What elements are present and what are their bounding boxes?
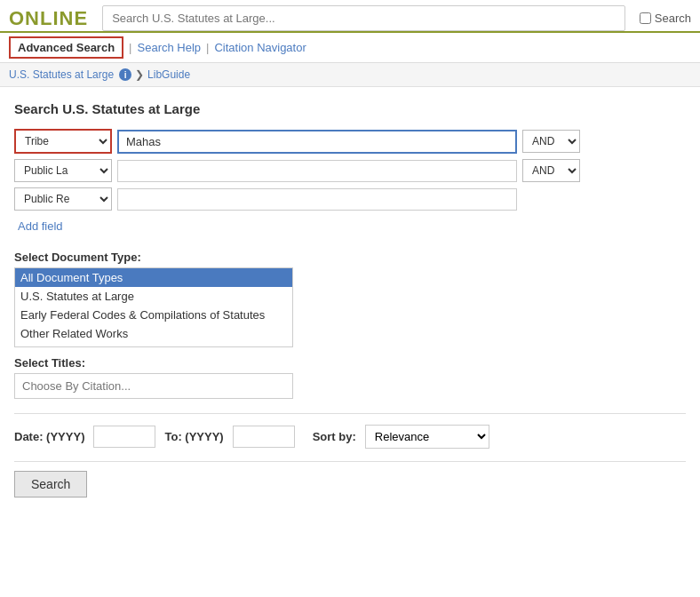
header-right: Search xyxy=(631,12,700,25)
breadcrumb-link2[interactable]: LibGuide xyxy=(147,68,190,81)
operator-select-1[interactable]: AND OR NOT xyxy=(522,130,580,153)
logo: ONLINE xyxy=(0,7,97,30)
info-icon: i xyxy=(119,68,131,81)
citation-navigator-link[interactable]: Citation Navigator xyxy=(214,41,306,54)
field-select-2[interactable]: Tribe Public La Public Re Title Author S… xyxy=(14,159,112,182)
breadcrumb-chevron: ❯ xyxy=(135,68,144,81)
field-select-3[interactable]: Tribe Public La Public Re Title Author S… xyxy=(14,187,112,211)
nav-divider1: | xyxy=(127,41,133,54)
date-to-label: To: (YYYY) xyxy=(164,430,223,443)
breadcrumb-link1[interactable]: U.S. Statutes at Large xyxy=(9,68,114,81)
advanced-search-button[interactable]: Advanced Search xyxy=(9,36,123,59)
titles-input[interactable] xyxy=(14,373,293,399)
breadcrumb: U.S. Statutes at Large i ❯ LibGuide xyxy=(0,63,700,87)
doc-type-item-1[interactable]: U.S. Statutes at Large xyxy=(15,287,292,306)
search-btn-row: Search xyxy=(14,461,686,498)
main-search-input[interactable] xyxy=(102,5,625,31)
search-row-2: Tribe Public La Public Re Title Author S… xyxy=(14,159,686,182)
doc-type-item-2[interactable]: Early Federal Codes & Compilations of St… xyxy=(15,306,292,324)
date-sort-row: Date: (YYYY) To: (YYYY) Sort by: Relevan… xyxy=(14,413,686,449)
doc-type-label: Select Document Type: xyxy=(14,251,686,264)
search-button[interactable]: Search xyxy=(14,471,87,498)
sort-select[interactable]: Relevance Date Ascending Date Descending… xyxy=(365,425,489,449)
titles-section: Select Titles: xyxy=(14,356,686,399)
doc-type-item-3[interactable]: Other Related Works xyxy=(15,324,292,343)
add-field-link[interactable]: Add field xyxy=(14,219,63,233)
field-input-1[interactable] xyxy=(117,130,517,154)
nav-bar: Advanced Search | Search Help | Citation… xyxy=(0,33,700,63)
search-help-link[interactable]: Search Help xyxy=(138,41,202,54)
search-row-1: Tribe Public La Public Re Title Author S… xyxy=(14,129,686,154)
search-row-3: Tribe Public La Public Re Title Author S… xyxy=(14,187,686,211)
section-title: Search U.S. Statutes at Large xyxy=(14,101,686,116)
search-checkbox[interactable] xyxy=(640,12,651,24)
doc-type-listbox[interactable]: All Document Types U.S. Statutes at Larg… xyxy=(14,267,293,347)
date-from-label: Date: (YYYY) xyxy=(14,430,84,443)
operator-select-2[interactable]: AND OR NOT xyxy=(522,159,580,182)
header-search-wrap xyxy=(97,5,631,31)
doc-type-item-0[interactable]: All Document Types xyxy=(15,268,292,287)
main-content: Search U.S. Statutes at Large Tribe Publ… xyxy=(0,87,700,512)
nav-divider2: | xyxy=(204,41,211,54)
field-select-1[interactable]: Tribe Public La Public Re Title Author S… xyxy=(14,129,112,154)
header: ONLINE Search xyxy=(0,0,700,33)
field-input-3[interactable] xyxy=(117,188,517,211)
search-checkbox-label[interactable]: Search xyxy=(640,12,691,25)
date-to-input[interactable] xyxy=(233,426,295,448)
search-label: Search xyxy=(655,12,691,25)
date-from-input[interactable] xyxy=(93,426,155,448)
logo-text: ONLINE xyxy=(9,7,88,29)
field-input-2[interactable] xyxy=(117,160,517,182)
titles-label: Select Titles: xyxy=(14,356,686,370)
search-rows: Tribe Public La Public Re Title Author S… xyxy=(14,129,686,211)
sort-label: Sort by: xyxy=(313,430,356,443)
doc-type-section: Select Document Type: All Document Types… xyxy=(14,251,686,347)
